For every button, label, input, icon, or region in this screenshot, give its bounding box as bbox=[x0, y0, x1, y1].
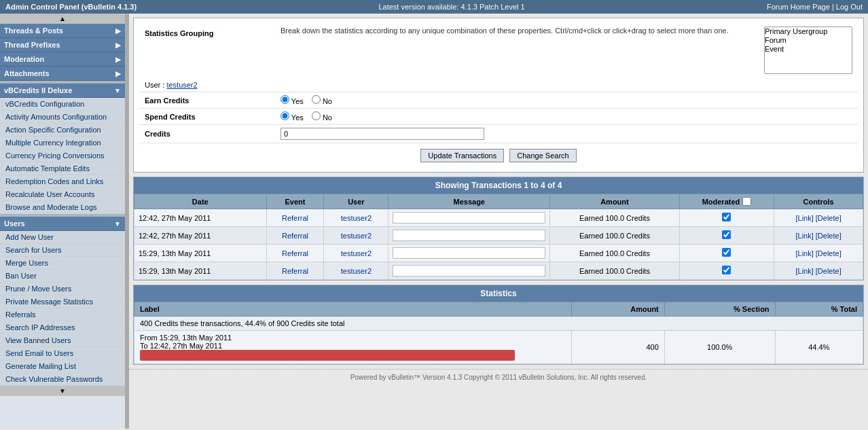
spend-no-radio[interactable] bbox=[312, 111, 321, 120]
earn-yes-label[interactable]: Yes bbox=[281, 95, 304, 105]
transaction-message bbox=[388, 209, 550, 227]
sidebar-item-send-email[interactable]: Send Email to Users bbox=[0, 347, 125, 360]
stat-grouping-row: Statistics Grouping Break down the stati… bbox=[139, 22, 858, 78]
moderated-checkbox[interactable] bbox=[722, 266, 731, 274]
statistics-section-header: Statistics bbox=[134, 285, 863, 302]
event-link[interactable]: Referral bbox=[282, 267, 308, 275]
earn-yes-radio[interactable] bbox=[281, 95, 289, 104]
earn-no-label[interactable]: No bbox=[312, 95, 332, 105]
expand-arrow: ▶ bbox=[115, 41, 121, 49]
credits-input[interactable] bbox=[281, 128, 484, 140]
form-buttons-row: Update Transactions Change Search bbox=[139, 143, 858, 168]
statistics-panel: Statistics Label Amount % Section % Tota… bbox=[133, 285, 864, 365]
col-message: Message bbox=[388, 194, 550, 209]
sidebar-item-vulnerable-passwords[interactable]: Check Vulnerable Passwords bbox=[0, 373, 125, 386]
delete-button[interactable]: [Delete] bbox=[816, 214, 842, 222]
moderated-checkbox[interactable] bbox=[722, 213, 731, 221]
event-link[interactable]: Referral bbox=[282, 214, 308, 222]
main-content: Statistics Grouping Break down the stati… bbox=[129, 14, 868, 429]
top-bar: Admin Control Panel (vBulletin 4.1.3) La… bbox=[0, 0, 868, 14]
sidebar-item-referrals[interactable]: Referrals bbox=[0, 308, 125, 321]
sidebar-item-action-specific[interactable]: Action Specific Configuration bbox=[0, 124, 125, 137]
sidebar-item-redemption-codes[interactable]: Redemption Codes and Links bbox=[0, 175, 125, 188]
moderated-checkbox[interactable] bbox=[722, 248, 731, 257]
sidebar-item-ban-user[interactable]: Ban User bbox=[0, 270, 125, 283]
panel-version: (vBulletin 4.1.3) bbox=[82, 3, 137, 11]
sidebar-item-multiple-currency[interactable]: Multiple Currency Integration bbox=[0, 137, 125, 149]
sidebar-item-activity-amounts[interactable]: Activity Amounts Configuration bbox=[0, 111, 125, 124]
moderated-all-checkbox[interactable] bbox=[742, 197, 751, 206]
spend-no-label[interactable]: No bbox=[312, 111, 332, 122]
delete-button[interactable]: [Delete] bbox=[816, 232, 842, 240]
sidebar-section-vbcredits[interactable]: vBCredits II Deluxe ▼ bbox=[0, 84, 125, 98]
stats-header-row: Label Amount % Section % Total bbox=[134, 302, 863, 317]
delete-button[interactable]: [Delete] bbox=[816, 249, 842, 257]
sidebar-item-search-ip[interactable]: Search IP Addresses bbox=[0, 321, 125, 334]
user-link[interactable]: testuser2 bbox=[341, 249, 372, 257]
link-button[interactable]: [Link] bbox=[795, 232, 813, 240]
sidebar-item-browse-logs[interactable]: Browse and Moderate Logs bbox=[0, 201, 125, 214]
transaction-user: testuser2 bbox=[324, 262, 388, 280]
sidebar-item-mailing-list[interactable]: Generate Mailing List bbox=[0, 360, 125, 373]
message-input[interactable] bbox=[393, 230, 545, 241]
sidebar-section-attachments[interactable]: Attachments ▶ bbox=[0, 67, 125, 81]
stat-grouping-select[interactable]: Primary UsergroupForumEvent bbox=[764, 26, 852, 74]
sidebar-section-threads-posts[interactable]: Threads & Posts ▶ bbox=[0, 24, 125, 38]
user-link[interactable]: testuser2 bbox=[341, 232, 372, 240]
spend-yes-radio[interactable] bbox=[281, 111, 289, 120]
transaction-moderated bbox=[679, 245, 774, 262]
user-link[interactable]: testuser2 bbox=[166, 81, 197, 89]
sidebar-item-recalculate[interactable]: Recalculate User Accounts bbox=[0, 188, 125, 201]
user-link[interactable]: testuser2 bbox=[341, 214, 372, 222]
sidebar-item-prune-users[interactable]: Prune / Move Users bbox=[0, 283, 125, 295]
transaction-user: testuser2 bbox=[324, 245, 388, 262]
sidebar-item-banned-users[interactable]: View Banned Users bbox=[0, 334, 125, 347]
stats-col-label: Label bbox=[134, 302, 572, 317]
sidebar-item-vbcredits-config[interactable]: vBCredits Configuration bbox=[0, 98, 125, 111]
user-link[interactable]: testuser2 bbox=[341, 267, 372, 275]
spend-credits-label: Spend Credits bbox=[145, 113, 281, 121]
transaction-user: testuser2 bbox=[324, 209, 388, 227]
transaction-controls: [Link] [Delete] bbox=[774, 245, 863, 262]
admin-panel-title: Admin Control Panel (vBulletin 4.1.3) bbox=[5, 3, 137, 11]
link-button[interactable]: [Link] bbox=[795, 214, 813, 222]
earn-no-radio[interactable] bbox=[312, 95, 321, 104]
sidebar-section-moderation[interactable]: Moderation ▶ bbox=[0, 52, 125, 67]
update-transactions-button[interactable]: Update Transactions bbox=[420, 149, 504, 162]
spend-credits-row: Spend Credits Yes No bbox=[139, 108, 858, 124]
transaction-event: Referral bbox=[266, 227, 324, 245]
sidebar-item-auto-template[interactable]: Automatic Template Edits bbox=[0, 162, 125, 175]
earn-credits-label: Earn Credits bbox=[145, 96, 281, 105]
forum-home-link[interactable]: Forum Home Page bbox=[767, 3, 830, 11]
logout-link[interactable]: Log Out bbox=[836, 3, 863, 11]
col-event: Event bbox=[266, 194, 324, 209]
version-info: Latest version available: 4.1.3 Patch Le… bbox=[378, 3, 524, 11]
spend-yes-label[interactable]: Yes bbox=[281, 111, 304, 122]
event-link[interactable]: Referral bbox=[282, 249, 308, 257]
scroll-down-arrow[interactable]: ▼ bbox=[0, 386, 125, 396]
event-link[interactable]: Referral bbox=[282, 232, 308, 240]
transactions-table: Date Event User Message Amount Moderated… bbox=[134, 194, 863, 280]
message-input[interactable] bbox=[393, 247, 545, 259]
scroll-up-arrow[interactable]: ▲ bbox=[0, 14, 125, 24]
sidebar-item-currency-pricing[interactable]: Currency Pricing Conversions bbox=[0, 149, 125, 162]
message-input[interactable] bbox=[393, 212, 545, 223]
sidebar-section-users[interactable]: Users ▼ bbox=[0, 217, 125, 231]
sidebar-section-thread-prefixes[interactable]: Thread Prefixes ▶ bbox=[0, 38, 125, 52]
link-button[interactable]: [Link] bbox=[795, 249, 813, 257]
transaction-amount: Earned 100.0 Credits bbox=[550, 209, 680, 227]
stats-total-cell: 44.4% bbox=[775, 331, 863, 364]
link-button[interactable]: [Link] bbox=[795, 267, 813, 275]
sidebar-item-merge-users[interactable]: Merge Users bbox=[0, 257, 125, 270]
sidebar-item-add-user[interactable]: Add New User bbox=[0, 231, 125, 244]
statistics-grouping-panel: Statistics Grouping Break down the stati… bbox=[133, 18, 864, 173]
message-input[interactable] bbox=[393, 265, 545, 276]
stats-col-amount: Amount bbox=[571, 302, 664, 317]
moderated-checkbox[interactable] bbox=[722, 230, 731, 239]
sidebar-item-pm-stats[interactable]: Private Message Statistics bbox=[0, 295, 125, 308]
table-row: 15:29, 13th May 2011 Referral testuser2 … bbox=[134, 245, 863, 262]
sidebar-item-search-users[interactable]: Search for Users bbox=[0, 244, 125, 257]
progress-bar-container bbox=[140, 350, 566, 361]
change-search-button[interactable]: Change Search bbox=[509, 149, 576, 162]
delete-button[interactable]: [Delete] bbox=[816, 267, 842, 275]
